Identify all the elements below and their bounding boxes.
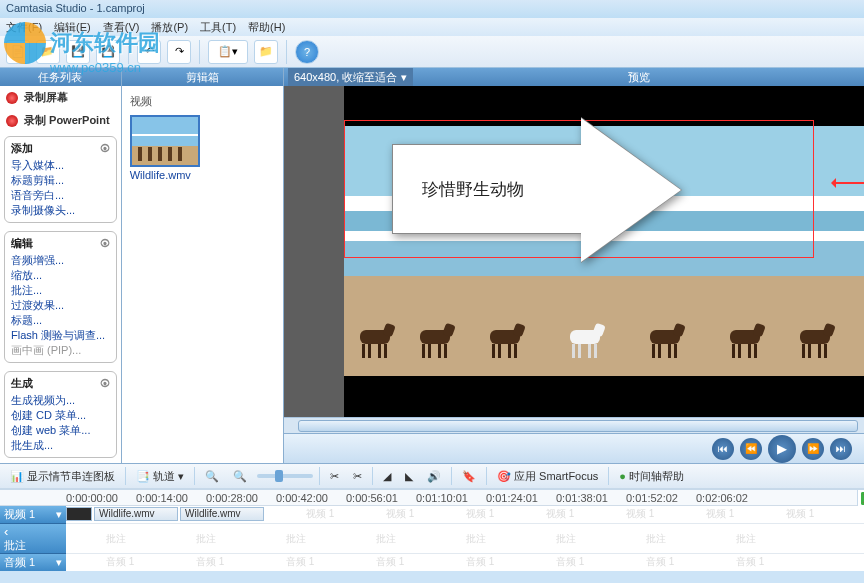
menu-file[interactable]: 文件(F) bbox=[6, 20, 42, 34]
fade-out-button[interactable]: ◣ bbox=[401, 468, 417, 485]
collapse-icon[interactable]: ⦿ bbox=[100, 238, 110, 249]
callout-track[interactable]: 批注 批注 批注 批注 批注 批注 批注 批注 bbox=[66, 524, 864, 554]
video-track-label[interactable]: 视频 1 ▾ bbox=[0, 506, 66, 524]
menu-bar: 文件(F) 编辑(E) 查看(V) 播放(P) 工具(T) 帮助(H) bbox=[0, 18, 864, 36]
annotation-arrow bbox=[834, 182, 864, 184]
new-button[interactable]: 📄 bbox=[6, 40, 30, 64]
record-screen-button[interactable]: 录制屏幕 bbox=[0, 86, 121, 109]
import-button[interactable]: 📁 bbox=[254, 40, 278, 64]
record-camera-link[interactable]: 录制摄像头... bbox=[11, 203, 110, 218]
horses bbox=[344, 302, 864, 358]
save-as-button[interactable]: 💾 bbox=[96, 40, 120, 64]
produce-video-link[interactable]: 生成视频为... bbox=[11, 393, 110, 408]
ime-indicator[interactable]: S 五 ノ ち 刃 0:01:31:3 S 五 ノ ち bbox=[857, 490, 864, 506]
menu-help[interactable]: 帮助(H) bbox=[248, 20, 285, 34]
dimensions-dropdown[interactable]: 640x480, 收缩至适合▾ bbox=[288, 68, 413, 87]
chevron-down-icon: ▾ bbox=[401, 71, 407, 84]
menu-view[interactable]: 查看(V) bbox=[103, 20, 140, 34]
tracks-dropdown[interactable]: 📑 轨道 ▾ bbox=[132, 467, 188, 486]
main-area: 任务列表 录制屏幕 录制 PowerPoint 添加⦿ 导入媒体... 标题剪辑… bbox=[0, 68, 864, 463]
open-button[interactable]: 📂 bbox=[36, 40, 60, 64]
edit-section: 编辑⦿ 音频增强... 缩放... 批注... 过渡效果... 标题... Fl… bbox=[4, 231, 117, 363]
transition-link[interactable]: 过渡效果... bbox=[11, 298, 110, 313]
record-icon bbox=[6, 92, 18, 104]
preview-panel: 640x480, 收缩至适合▾ 预览 bbox=[284, 68, 864, 463]
rewind-button[interactable]: ⏪ bbox=[740, 438, 762, 460]
audio-track[interactable]: 音频 1 音频 1 音频 1 音频 1 音频 1 音频 1 音频 1 音频 1 bbox=[66, 554, 864, 571]
video-frame: 珍惜野生动物 bbox=[344, 86, 864, 417]
preview-header: 640x480, 收缩至适合▾ 预览 bbox=[284, 68, 864, 86]
batch-produce-link[interactable]: 批生成... bbox=[11, 438, 110, 453]
add-section: 添加⦿ 导入媒体... 标题剪辑... 语音旁白... 录制摄像头... bbox=[4, 136, 117, 223]
collapse-icon[interactable]: ⦿ bbox=[100, 143, 110, 154]
tasks-header: 任务列表 bbox=[0, 68, 121, 86]
undo-button[interactable]: ↶ bbox=[137, 40, 161, 64]
edit-title: 编辑 bbox=[11, 236, 33, 251]
save-button[interactable]: 💾 bbox=[66, 40, 90, 64]
menu-edit[interactable]: 编辑(E) bbox=[54, 20, 91, 34]
produce-section: 生成⦿ 生成视频为... 创建 CD 菜单... 创建 web 菜单... 批生… bbox=[4, 371, 117, 458]
create-cd-link[interactable]: 创建 CD 菜单... bbox=[11, 408, 110, 423]
forward-button[interactable]: ⏩ bbox=[802, 438, 824, 460]
create-web-link[interactable]: 创建 web 菜单... bbox=[11, 423, 110, 438]
audio-enhance-link[interactable]: 音频增强... bbox=[11, 253, 110, 268]
time-ruler[interactable]: 0:00:00:00 0:00:14:00 0:00:28:00 0:00:42… bbox=[0, 490, 864, 506]
play-button[interactable]: ▶ bbox=[768, 435, 796, 463]
record-icon bbox=[6, 115, 18, 127]
menu-play[interactable]: 播放(P) bbox=[151, 20, 188, 34]
menu-tools[interactable]: 工具(T) bbox=[200, 20, 236, 34]
preview-scrollbar[interactable] bbox=[284, 417, 864, 433]
clip-filename[interactable]: Wildlife.wmv bbox=[130, 169, 275, 181]
cut-button[interactable]: ✂ bbox=[326, 468, 343, 485]
zoom-out-button[interactable]: 🔍 bbox=[229, 468, 251, 485]
narration-link[interactable]: 语音旁白... bbox=[11, 188, 110, 203]
callout-text: 珍惜野生动物 bbox=[422, 178, 524, 201]
zoom-link[interactable]: 缩放... bbox=[11, 268, 110, 283]
add-title: 添加 bbox=[11, 141, 33, 156]
video-clip-2[interactable]: Wildlife.wmv bbox=[180, 507, 264, 521]
zoom-in-button[interactable]: 🔍 bbox=[201, 468, 223, 485]
preview-title: 预览 bbox=[413, 70, 864, 85]
marker-button[interactable]: 🔖 bbox=[458, 468, 480, 485]
preview-canvas[interactable]: 珍惜野生动物 bbox=[284, 86, 864, 417]
fade-in-button[interactable]: ◢ bbox=[379, 468, 395, 485]
video-clip-thumb[interactable] bbox=[66, 507, 92, 521]
import-media-link[interactable]: 导入媒体... bbox=[11, 158, 110, 173]
caption-link[interactable]: 标题... bbox=[11, 313, 110, 328]
flash-quiz-link[interactable]: Flash 测验与调查... bbox=[11, 328, 110, 343]
video-clip-1[interactable]: Wildlife.wmv bbox=[94, 507, 178, 521]
callout-arrow[interactable]: 珍惜野生动物 bbox=[392, 124, 692, 254]
smartfocus-button[interactable]: 🎯 应用 SmartFocus bbox=[493, 467, 602, 486]
list-dropdown[interactable]: 📋▾ bbox=[208, 40, 248, 64]
playback-controls: ⏮ ⏪ ▶ ⏩ ⏭ bbox=[284, 433, 864, 463]
video-track[interactable]: Wildlife.wmv Wildlife.wmv 视频 1 视频 1 视频 1… bbox=[66, 506, 864, 524]
main-toolbar: 📄 📂 💾 💾 ↶ ↷ 📋▾ 📁 ? bbox=[0, 36, 864, 68]
help-button[interactable]: ? bbox=[295, 40, 319, 64]
redo-button[interactable]: ↷ bbox=[167, 40, 191, 64]
split-button[interactable]: ✂ bbox=[349, 468, 366, 485]
callout-track-label[interactable]: ‹ 批注 bbox=[0, 524, 66, 554]
callout-link[interactable]: 批注... bbox=[11, 283, 110, 298]
timeline-help-button[interactable]: ● 时间轴帮助 bbox=[615, 467, 688, 486]
produce-title: 生成 bbox=[11, 376, 33, 391]
clipbin-header: 剪辑箱 bbox=[122, 68, 283, 86]
clip-bin: 剪辑箱 视频 Wildlife.wmv bbox=[122, 68, 284, 463]
zoom-slider[interactable] bbox=[257, 474, 313, 478]
audio-tool-button[interactable]: 🔊 bbox=[423, 468, 445, 485]
clip-thumbnail[interactable] bbox=[130, 115, 200, 167]
timeline-toolbar: 📊 显示情节串连图板 📑 轨道 ▾ 🔍 🔍 ✂ ✂ ◢ ◣ 🔊 🔖 🎯 应用 S… bbox=[0, 463, 864, 489]
title-bar: Camtasia Studio - 1.camproj bbox=[0, 0, 864, 18]
storyboard-button[interactable]: 📊 显示情节串连图板 bbox=[6, 467, 119, 486]
collapse-icon[interactable]: ⦿ bbox=[100, 378, 110, 389]
first-frame-button[interactable]: ⏮ bbox=[712, 438, 734, 460]
pip-link: 画中画 (PIP)... bbox=[11, 344, 81, 356]
timeline: 0:00:00:00 0:00:14:00 0:00:28:00 0:00:42… bbox=[0, 489, 864, 571]
audio-track-label[interactable]: 音频 1 ▾ bbox=[0, 554, 66, 571]
title-clip-link[interactable]: 标题剪辑... bbox=[11, 173, 110, 188]
last-frame-button[interactable]: ⏭ bbox=[830, 438, 852, 460]
clipbin-category: 视频 bbox=[130, 94, 275, 109]
task-sidebar: 任务列表 录制屏幕 录制 PowerPoint 添加⦿ 导入媒体... 标题剪辑… bbox=[0, 68, 122, 463]
record-ppt-button[interactable]: 录制 PowerPoint bbox=[0, 109, 121, 132]
